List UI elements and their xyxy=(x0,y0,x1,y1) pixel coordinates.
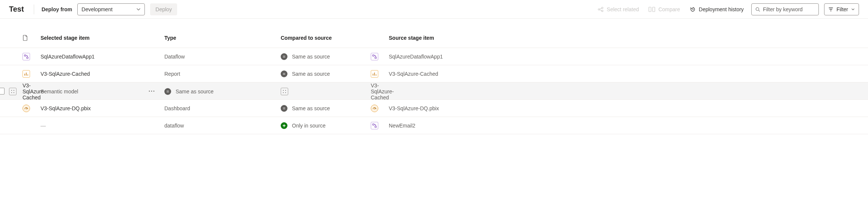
toolbar: Test Deploy from Development Deploy Sele… xyxy=(0,0,868,19)
item-type-icon-cell xyxy=(23,53,41,60)
svg-rect-8 xyxy=(373,55,374,56)
source-type-icon-cell xyxy=(371,122,389,129)
equals-icon: = xyxy=(281,105,287,112)
table-row[interactable]: SqlAzureDataflowApp1Dataflow=Same as sou… xyxy=(0,48,868,65)
search-icon xyxy=(755,7,760,12)
svg-point-18 xyxy=(149,90,150,92)
svg-point-10 xyxy=(11,90,12,91)
source-item-name: SqlAzureDataflowApp1 xyxy=(389,54,859,60)
table-row[interactable]: —dataflow+Only in sourceNewEmail2 xyxy=(0,117,868,134)
item-name: V3-SqlAzure-Cached xyxy=(23,82,41,100)
deployment-history-button[interactable]: Deployment history xyxy=(687,5,746,14)
file-icon xyxy=(23,35,28,41)
svg-rect-6 xyxy=(24,55,26,56)
item-type: dataflow xyxy=(164,123,281,129)
col-type[interactable]: Type xyxy=(164,35,281,41)
compare-status-label: Same as source xyxy=(292,71,330,77)
chevron-down-icon xyxy=(851,8,855,11)
col-compared[interactable]: Compared to source xyxy=(281,35,371,41)
svg-point-19 xyxy=(151,90,152,92)
semantic-model-icon xyxy=(9,88,17,95)
select-related-label: Select related xyxy=(607,6,639,12)
filter-keyword-box[interactable] xyxy=(751,3,819,15)
source-stage-selected: Development xyxy=(81,6,113,12)
item-type-icon-cell xyxy=(23,105,41,112)
svg-point-16 xyxy=(283,92,284,93)
semantic-model-icon xyxy=(281,88,288,95)
more-icon xyxy=(149,90,155,92)
svg-rect-9 xyxy=(375,57,376,58)
table-row[interactable]: V3-SqlAzure-CachedSemantic model=Same as… xyxy=(0,82,868,100)
filter-icon xyxy=(828,7,833,12)
dashboard-icon xyxy=(23,105,30,112)
col-selected-item[interactable]: Selected stage item xyxy=(41,35,164,41)
item-type-icon-cell xyxy=(9,88,23,95)
item-name: V3-SqlAzure-DQ.pbix xyxy=(41,105,164,111)
svg-point-1 xyxy=(602,7,603,9)
dashboard-icon xyxy=(371,105,378,112)
select-related-button[interactable]: Select related xyxy=(596,5,641,14)
dataflow-icon xyxy=(371,53,378,60)
items-table: Selected stage item Type Compared to sou… xyxy=(0,28,868,134)
compare-status: +Only in source xyxy=(281,122,371,129)
svg-point-0 xyxy=(598,9,600,10)
source-item-name: NewEmail2 xyxy=(389,123,859,129)
compare-status: =Same as source xyxy=(281,105,371,112)
item-name: V3-SqlAzure-Cached xyxy=(41,71,164,77)
more-options-button[interactable] xyxy=(147,87,156,96)
compare-icon xyxy=(648,6,655,12)
table-header: Selected stage item Type Compared to sou… xyxy=(0,28,868,48)
report-icon xyxy=(23,70,30,78)
filter-button[interactable]: Filter xyxy=(824,3,859,15)
filter-keyword-input[interactable] xyxy=(763,6,815,12)
report-icon xyxy=(371,70,378,78)
deployment-history-label: Deployment history xyxy=(699,6,744,12)
filter-button-label: Filter xyxy=(836,6,848,12)
item-type: Dataflow xyxy=(164,54,281,60)
item-type: Semantic model xyxy=(41,88,164,94)
select-related-icon xyxy=(598,6,604,12)
compare-status: =Same as source xyxy=(164,88,281,95)
compare-status: =Same as source xyxy=(281,70,371,77)
svg-rect-7 xyxy=(27,57,28,58)
item-type: Report xyxy=(164,71,281,77)
dataflow-icon xyxy=(371,122,378,129)
table-row[interactable]: V3-SqlAzure-CachedReport=Same as sourceV… xyxy=(0,65,868,82)
compare-status-label: Same as source xyxy=(292,105,330,111)
compare-status-label: Same as source xyxy=(292,54,330,60)
compare-status: =Same as source xyxy=(281,53,371,60)
col-source-item[interactable]: Source stage item xyxy=(389,35,859,41)
svg-point-14 xyxy=(283,90,284,91)
divider xyxy=(34,4,34,14)
source-type-icon-cell xyxy=(281,88,371,95)
chevron-down-icon xyxy=(136,7,141,12)
svg-point-5 xyxy=(756,8,759,10)
item-name: — xyxy=(41,123,164,129)
svg-point-13 xyxy=(14,92,14,93)
equals-icon: = xyxy=(164,88,171,95)
svg-rect-21 xyxy=(373,124,374,125)
row-checkbox[interactable] xyxy=(0,88,5,94)
svg-rect-3 xyxy=(649,7,651,12)
svg-point-20 xyxy=(153,90,155,92)
compare-button[interactable]: Compare xyxy=(646,5,682,14)
source-item-name: V3-SqlAzure-Cached xyxy=(389,71,859,77)
deploy-button[interactable]: Deploy xyxy=(150,3,177,15)
source-item-name: V3-SqlAzure-Cached xyxy=(371,82,389,100)
svg-point-2 xyxy=(602,10,603,12)
source-type-icon-cell xyxy=(371,53,389,60)
plus-icon: + xyxy=(281,122,287,129)
equals-icon: = xyxy=(281,70,287,77)
svg-point-17 xyxy=(285,92,286,93)
stage-title: Test xyxy=(9,5,24,14)
svg-rect-22 xyxy=(375,126,376,128)
compare-status-label: Same as source xyxy=(176,88,214,94)
deploy-from-label: Deploy from xyxy=(42,6,72,12)
file-icon-header xyxy=(23,35,41,41)
dataflow-icon xyxy=(23,53,30,60)
svg-point-12 xyxy=(11,92,12,93)
svg-point-11 xyxy=(14,90,14,91)
source-stage-select[interactable]: Development xyxy=(77,3,145,15)
table-row[interactable]: V3-SqlAzure-DQ.pbixDashboard=Same as sou… xyxy=(0,100,868,117)
equals-icon: = xyxy=(281,53,287,60)
